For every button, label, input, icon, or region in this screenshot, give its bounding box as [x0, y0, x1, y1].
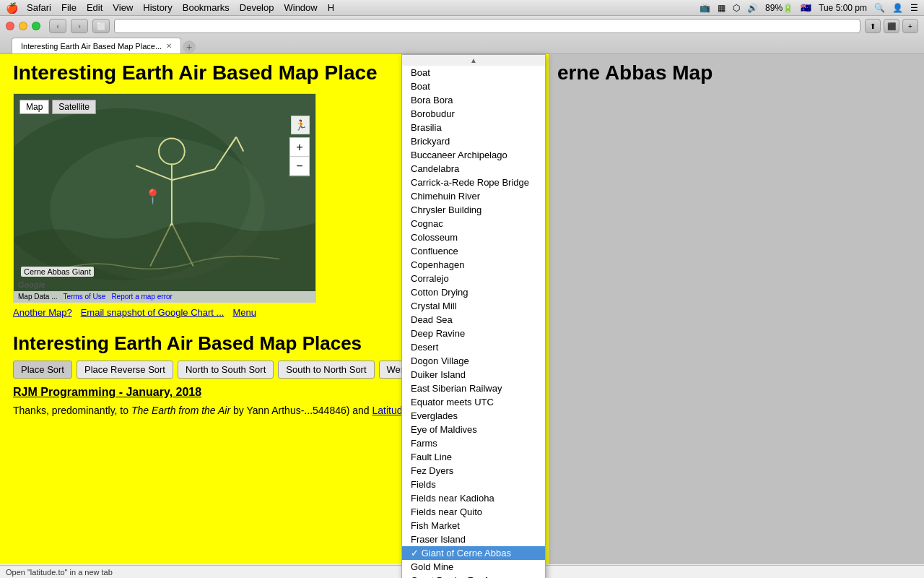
dropdown-item[interactable]: Fault Line: [402, 450, 545, 464]
search-icon[interactable]: 🔍: [874, 3, 885, 13]
terms-link[interactable]: Terms of Use: [63, 293, 105, 301]
dropdown-item[interactable]: Dogon Village: [402, 354, 545, 368]
dropdown-item[interactable]: Chimehuin River: [402, 189, 545, 203]
map-container: Map Satellite 🏃 + − 📍 Cerne Abbas Giant: [13, 93, 316, 303]
dropdown-item[interactable]: Colosseum: [402, 230, 545, 244]
dropdown-item[interactable]: Brickyard: [402, 134, 545, 148]
dropdown-items-container: BoatBoatBora BoraBorobudurBrasiliaBricky…: [402, 66, 545, 578]
north-south-sort-button[interactable]: North to South Sort: [178, 361, 274, 379]
bluetooth-icon: ⬡: [733, 3, 740, 13]
dropdown-item[interactable]: Eye of Maldives: [402, 423, 545, 436]
tab-close-button[interactable]: ✕: [166, 42, 172, 50]
map-type-satellite-button[interactable]: Satellite: [52, 100, 96, 114]
cast-icon: 📺: [699, 3, 710, 13]
address-bar[interactable]: [114, 19, 860, 33]
place-sort-button[interactable]: Place Sort: [13, 361, 72, 379]
dropdown-item[interactable]: Chrysler Building: [402, 203, 545, 217]
menu-view[interactable]: View: [113, 2, 133, 13]
map-zoom-controls: + −: [289, 137, 310, 176]
back-button[interactable]: ‹: [49, 19, 66, 33]
menu-history[interactable]: History: [143, 2, 172, 13]
add-tab-button[interactable]: +: [902, 19, 918, 33]
street-view-icon[interactable]: 🏃: [291, 116, 310, 134]
menu-edit[interactable]: Edit: [87, 2, 103, 13]
dropdown-item[interactable]: Crystal Mill: [402, 299, 545, 313]
menu-develop[interactable]: Develop: [240, 2, 274, 13]
dropdown-item[interactable]: Farms: [402, 436, 545, 450]
minimize-window-button[interactable]: [19, 22, 27, 30]
place-dropdown[interactable]: ▲ BoatBoatBora BoraBorobudurBrasiliaBric…: [401, 54, 546, 578]
menu-file[interactable]: File: [61, 2, 77, 13]
book-title: The Earth from the Air: [131, 405, 230, 416]
dropdown-item[interactable]: Duiker Island: [402, 368, 545, 381]
dropdown-item[interactable]: East Siberian Railway: [402, 381, 545, 395]
dropdown-item[interactable]: Dead Sea: [402, 313, 545, 327]
dropdown-item[interactable]: Cotton Drying: [402, 285, 545, 299]
apple-menu[interactable]: 🍎: [6, 2, 18, 14]
zoom-button[interactable]: ⬛: [884, 19, 899, 33]
menu-bookmarks[interactable]: Bookmarks: [183, 2, 230, 13]
dropdown-item[interactable]: Gold Mine: [402, 560, 545, 574]
menu-h[interactable]: H: [328, 2, 334, 13]
dropdown-item[interactable]: Confluence: [402, 244, 545, 258]
wifi-icon: ▦: [718, 3, 725, 13]
dropdown-item[interactable]: Buccaneer Archipelago: [402, 148, 545, 162]
tab-label: Interesting Earth Air Based Map Place...: [21, 42, 162, 51]
user-icon[interactable]: 👤: [892, 3, 903, 13]
close-window-button[interactable]: [6, 22, 14, 30]
another-map-link[interactable]: Another Map?: [13, 307, 72, 318]
place-reverse-sort-button[interactable]: Place Reverse Sort: [77, 361, 173, 379]
dropdown-item[interactable]: Bora Bora: [402, 93, 545, 107]
dropdown-item[interactable]: Boat: [402, 79, 545, 93]
sidebar-button[interactable]: ⬜: [92, 19, 110, 33]
forward-button[interactable]: ›: [71, 19, 88, 33]
dropdown-item[interactable]: Candelabra: [402, 162, 545, 176]
menu-safari[interactable]: Safari: [27, 2, 51, 13]
desc-prefix: Thanks, predominantly, to: [13, 405, 131, 416]
maximize-window-button[interactable]: [32, 22, 40, 30]
status-text: Open "latitude.to" in a new tab: [6, 568, 113, 577]
dropdown-item[interactable]: Deep Ravine: [402, 327, 545, 340]
dropdown-item[interactable]: Fez Dyers: [402, 464, 545, 478]
menu-icon[interactable]: ☰: [910, 3, 918, 13]
dropdown-item[interactable]: Fields near Quito: [402, 505, 545, 519]
zoom-out-button[interactable]: −: [290, 157, 309, 176]
south-north-sort-button[interactable]: South to North Sort: [278, 361, 374, 379]
active-tab[interactable]: Interesting Earth Air Based Map Place...…: [12, 38, 181, 53]
dropdown-scroll-up[interactable]: ▲: [402, 55, 545, 66]
dropdown-item[interactable]: Fish Market: [402, 519, 545, 532]
share-button[interactable]: ⬆: [865, 19, 881, 33]
menu-link[interactable]: Menu: [232, 307, 256, 318]
dropdown-item[interactable]: Copenhagen: [402, 258, 545, 272]
menu-window[interactable]: Window: [284, 2, 317, 13]
macos-menubar: 🍎 Safari File Edit View History Bookmark…: [0, 0, 924, 16]
dropdown-item[interactable]: Carrick-a-Rede Rope Bridge: [402, 176, 545, 189]
dropdown-item[interactable]: Corralejo: [402, 272, 545, 285]
flag-icon: 🇦🇺: [801, 3, 811, 13]
map-type-map-button[interactable]: Map: [19, 100, 49, 114]
right-panel-title: erne Abbas Map: [549, 54, 924, 92]
new-tab-button[interactable]: +: [183, 40, 196, 53]
dropdown-item[interactable]: Fields: [402, 478, 545, 491]
email-snapshot-link[interactable]: Email snapshot of Google Chart ...: [81, 307, 225, 318]
battery-icon: 89%🔋: [765, 3, 793, 13]
dropdown-item[interactable]: Cognac: [402, 217, 545, 230]
desc-rest: ...544846) and: [304, 405, 372, 416]
browser-actions: ⬆ ⬛ +: [865, 19, 918, 33]
dropdown-item[interactable]: Great Barrier Reef: [402, 574, 545, 578]
browser-toolbar: ‹ › ⬜ ⬆ ⬛ +: [6, 19, 918, 33]
map-marker: 📍: [144, 188, 162, 205]
dropdown-item[interactable]: Fields near Kadioha: [402, 491, 545, 505]
dropdown-item[interactable]: Boat: [402, 66, 545, 79]
zoom-in-button[interactable]: +: [290, 138, 309, 157]
dropdown-item[interactable]: Giant of Cerne Abbas: [402, 546, 545, 560]
report-error-link[interactable]: Report a map error: [111, 293, 172, 301]
dropdown-item[interactable]: Equator meets UTC: [402, 395, 545, 409]
author-link[interactable]: RJM Programming - January, 2018: [13, 386, 201, 398]
dropdown-item[interactable]: Everglades: [402, 409, 545, 423]
dropdown-item[interactable]: Borobudur: [402, 107, 545, 121]
dropdown-item[interactable]: Desert: [402, 340, 545, 354]
map-controls: Map Satellite: [19, 100, 96, 114]
dropdown-item[interactable]: Fraser Island: [402, 532, 545, 546]
dropdown-item[interactable]: Brasilia: [402, 121, 545, 134]
